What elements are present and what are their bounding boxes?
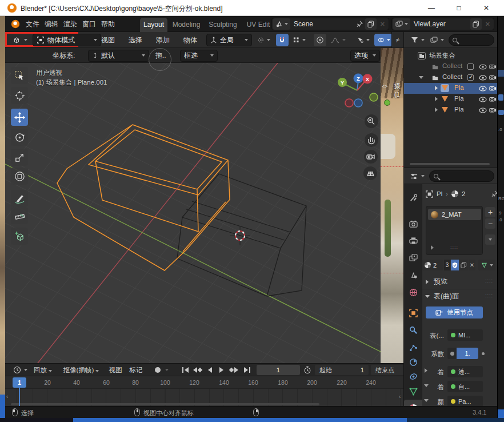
camera-viewport[interactable]: <> 摄 (1 bbox=[381, 48, 403, 363]
outliner-label[interactable]: Pla bbox=[454, 106, 464, 113]
new-viewlayer-icon[interactable] bbox=[470, 18, 482, 30]
outliner-label[interactable]: Pla bbox=[454, 95, 464, 102]
viewport-menu-add[interactable]: 添加 bbox=[150, 32, 175, 48]
snap-with-selector[interactable] bbox=[290, 34, 309, 46]
viewlayer-icon[interactable] bbox=[393, 18, 410, 30]
timeline-editor-type-button[interactable] bbox=[10, 364, 31, 376]
play-reverse-button[interactable] bbox=[205, 365, 214, 375]
tab-object[interactable] bbox=[404, 305, 422, 320]
tab-world[interactable] bbox=[404, 285, 422, 300]
playhead-line[interactable] bbox=[19, 387, 20, 407]
disclosure-closed-icon[interactable] bbox=[435, 86, 438, 90]
frame-start-field[interactable]: 起始 1 bbox=[315, 365, 369, 375]
viewlayer-name[interactable]: ViewLayer bbox=[414, 20, 470, 28]
properties-search-input[interactable] bbox=[429, 170, 494, 182]
color-selector[interactable]: Pa... bbox=[447, 396, 483, 406]
panel-drag-grip[interactable] bbox=[485, 278, 493, 284]
menu-window[interactable]: 窗口 bbox=[81, 16, 98, 32]
next-keyframe-button[interactable] bbox=[228, 365, 239, 375]
add-slot-button[interactable]: + bbox=[485, 207, 495, 217]
proportional-falloff-selector[interactable] bbox=[327, 34, 349, 46]
panel-surface-title[interactable]: 表(曲)面 bbox=[434, 292, 459, 301]
surface-shader-selector[interactable]: MI... bbox=[447, 329, 483, 341]
disclosure-closed-icon[interactable] bbox=[435, 97, 438, 101]
disclosure-closed-icon[interactable] bbox=[435, 108, 438, 112]
hide-eye-icon[interactable] bbox=[479, 64, 487, 70]
drag-mode-selector[interactable]: 框选 bbox=[180, 50, 218, 62]
pivot-point-selector[interactable] bbox=[254, 34, 274, 46]
tab-output[interactable] bbox=[404, 233, 422, 248]
timeline-track-area[interactable]: ‹ ‹ bbox=[5, 389, 403, 407]
render-camera-icon[interactable] bbox=[489, 74, 497, 81]
factor-slider[interactable]: 1. bbox=[447, 348, 478, 359]
blender-menu-icon[interactable] bbox=[11, 20, 19, 28]
render-camera-icon[interactable] bbox=[489, 85, 497, 91]
slot-expand-icon[interactable] bbox=[431, 245, 434, 250]
new-scene-icon[interactable] bbox=[365, 18, 377, 30]
navigation-gizmo[interactable]: Y Z X bbox=[338, 74, 378, 108]
show-gizmo-button[interactable] bbox=[354, 34, 373, 46]
tool-tweak-select[interactable] bbox=[11, 67, 28, 84]
collection-exclude-checkbox[interactable] bbox=[467, 74, 474, 81]
outliner-row-plane[interactable]: Pla bbox=[404, 94, 497, 105]
pin-icon[interactable] bbox=[356, 21, 363, 27]
region-expand-left-icon[interactable]: ‹ bbox=[6, 393, 8, 400]
render-camera-icon[interactable] bbox=[489, 63, 497, 70]
mode-selector[interactable]: 物体模式 bbox=[33, 34, 101, 46]
tab-tool[interactable] bbox=[404, 190, 422, 205]
auto-keying-record-icon[interactable] bbox=[155, 367, 161, 373]
tab-view-layer[interactable] bbox=[404, 250, 422, 265]
viewport-canvas[interactable]: Y Z X 用户透视 (1) 场景集合 | Plane.001 bbox=[5, 63, 381, 363]
disclosure-open-icon[interactable] bbox=[419, 76, 423, 79]
tool-cursor[interactable] bbox=[11, 87, 28, 104]
panel-collapsed-icon[interactable] bbox=[426, 280, 429, 284]
menu-render[interactable]: 渲染 bbox=[62, 16, 79, 32]
outliner-search-input[interactable] bbox=[449, 34, 494, 46]
maximize-button[interactable]: □ bbox=[446, 0, 471, 16]
tool-transform[interactable] bbox=[11, 168, 28, 185]
hide-eye-icon[interactable] bbox=[479, 97, 487, 102]
tool-move[interactable] bbox=[11, 109, 28, 126]
viewlayer-selector[interactable]: ViewLayer ✕ bbox=[391, 18, 494, 30]
material-users-count[interactable]: 3 bbox=[444, 260, 450, 270]
transform-orientation-selector[interactable]: 全局 bbox=[206, 34, 252, 46]
snap-toggle[interactable] bbox=[276, 34, 289, 46]
material-name-field[interactable]: 2 bbox=[433, 262, 437, 269]
frame-end-field[interactable]: 结束点 bbox=[371, 365, 403, 375]
outliner-label[interactable]: 场景集合 bbox=[429, 51, 455, 60]
previous-keyframe-button[interactable] bbox=[191, 365, 203, 375]
viewport-menu-select[interactable]: 选择 bbox=[123, 32, 148, 48]
current-frame-field[interactable]: 1 bbox=[257, 365, 300, 375]
menu-help[interactable]: 帮助 bbox=[99, 16, 117, 32]
breadcrumb-material[interactable]: 2 bbox=[462, 190, 465, 197]
tool-scale[interactable] bbox=[11, 149, 28, 166]
tab-scene[interactable] bbox=[404, 268, 422, 282]
timeline-hscrollbar[interactable] bbox=[11, 403, 319, 405]
jump-to-start-button[interactable] bbox=[180, 365, 190, 375]
use-nodes-button[interactable]: 使用节点 bbox=[426, 306, 483, 319]
render-camera-icon[interactable] bbox=[489, 96, 497, 102]
hide-eye-icon[interactable] bbox=[479, 75, 487, 81]
timeline-ruler[interactable]: 20 40 60 80 100 120 140 160 180 200 220 … bbox=[5, 376, 403, 389]
region-expand-right-icon[interactable]: ‹ bbox=[399, 393, 401, 400]
unlink-material-button[interactable]: ✕ bbox=[469, 260, 475, 270]
region-collapse-icon[interactable]: <> bbox=[382, 83, 388, 89]
outliner-row-plane-selected[interactable]: Pla bbox=[404, 83, 497, 94]
shader-selector[interactable]: 透... bbox=[447, 366, 483, 377]
viewport-menu-object[interactable]: 物体 bbox=[178, 32, 203, 48]
proportional-edit-toggle[interactable] bbox=[314, 34, 326, 46]
list-resize-grip[interactable] bbox=[450, 244, 458, 250]
scene-selector[interactable]: Scene ✕ bbox=[271, 18, 389, 30]
breadcrumb-object[interactable]: Pl bbox=[437, 190, 442, 197]
timeline-menu-keying[interactable]: 抠像(插帧) bbox=[59, 364, 103, 376]
timeline-menu-view[interactable]: 视图 bbox=[107, 364, 124, 376]
timeline-menu-playback[interactable]: 回放 bbox=[31, 364, 54, 376]
slot-specials-button[interactable] bbox=[485, 234, 495, 245]
material-slot-item[interactable]: 2_MAT bbox=[428, 209, 481, 220]
workspace-tab-layout[interactable]: Layout bbox=[140, 18, 167, 32]
scene-icon[interactable] bbox=[273, 18, 290, 30]
outliner-row-collection-excluded[interactable]: Collect bbox=[404, 61, 497, 72]
show-overlays-button[interactable] bbox=[374, 34, 394, 46]
animate-dot-icon[interactable] bbox=[482, 352, 485, 355]
timeline-menu-marker[interactable]: 标记 bbox=[127, 364, 145, 376]
